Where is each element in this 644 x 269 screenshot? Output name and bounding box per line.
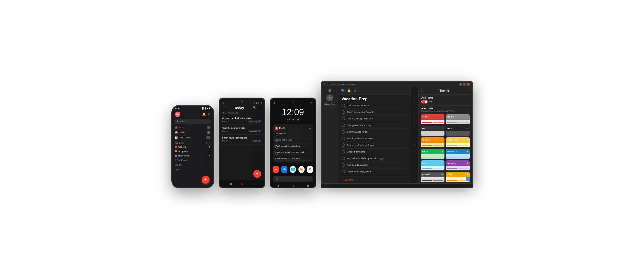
tablet-task-5: Confirm canoe rental <box>342 129 408 135</box>
task2-checkbox[interactable] <box>342 110 345 114</box>
gear-icon[interactable]: ⚙ <box>208 113 210 116</box>
ios-nav-next7[interactable]: 📆 Next 7 Days 22 <box>172 135 214 140</box>
task6-checkbox[interactable] <box>342 137 345 140</box>
tablet-task-10: Print boarding passes <box>342 162 408 168</box>
num-8 <box>411 135 418 141</box>
android-search-icon[interactable]: 🔍 <box>253 106 256 110</box>
ios-project-shopping[interactable]: Shopping 51 <box>172 149 214 154</box>
sync-toggle[interactable]: On <box>421 100 470 103</box>
shopping-count: 51 <box>208 150 210 153</box>
task3-text: Pick up package from Don <box>347 117 408 120</box>
task8-text: Check in for flights <box>347 151 408 153</box>
ios-time: 8:32 <box>176 107 180 109</box>
ios-labels[interactable]: Labels › <box>172 162 214 167</box>
task5-checkbox[interactable] <box>342 130 345 134</box>
todoist-icon: T <box>275 127 278 130</box>
ios-nav-inbox[interactable]: 📥 Inbox 1 <box>172 125 214 130</box>
windows-logo <box>466 177 470 181</box>
hamburger-icon[interactable]: ☰ <box>222 106 226 110</box>
clover-star: ★ <box>441 150 443 153</box>
toolbar-search-icon[interactable]: 🔍 <box>341 89 345 92</box>
toggle-switch[interactable] <box>421 100 428 103</box>
theme-noir[interactable]: Noir <box>421 126 445 136</box>
theme-amethyst[interactable]: Amethyst ★ <box>446 160 470 170</box>
ios-search-bar[interactable]: 🔍 Search <box>174 119 211 124</box>
nav-recents-icon[interactable]: □ <box>253 182 255 186</box>
task11-checkbox[interactable] <box>342 170 345 173</box>
num-12 <box>411 162 418 168</box>
nav-home-icon[interactable]: ○ <box>241 182 243 186</box>
nav-back-icon[interactable]: ◀ <box>229 182 232 186</box>
ios-nav-today[interactable]: 📅 Today 3 <box>172 130 214 135</box>
num-4 <box>411 108 418 115</box>
widget-add-icon[interactable]: + <box>309 126 311 130</box>
task4-checkbox[interactable] <box>342 124 345 127</box>
minimize-button[interactable]: − <box>460 83 462 86</box>
android-fab[interactable]: + <box>253 170 261 178</box>
num-10: 31 <box>411 148 418 155</box>
android2-home-icon[interactable]: ● <box>292 184 294 188</box>
ios-notch <box>185 106 200 108</box>
close-button[interactable]: × <box>467 83 470 86</box>
theme-sky[interactable]: Sky <box>421 160 445 170</box>
general-label: General <box>178 146 186 148</box>
theme-tangerine[interactable]: Tangerine <box>421 137 445 147</box>
app-chrome-icon[interactable]: 🌐 <box>290 166 296 173</box>
today-icon: 📅 <box>175 131 178 134</box>
inbox-badge: 1 <box>207 126 210 129</box>
android-more-icon[interactable]: ⋮ <box>258 106 262 110</box>
battery-icon: ▮ <box>209 107 210 109</box>
task8-checkbox[interactable] <box>342 150 345 154</box>
theme-todoist[interactable]: Todoist <box>421 114 445 124</box>
task1-checkbox[interactable] <box>342 104 345 107</box>
theme-neutral[interactable]: Neutral <box>446 114 470 124</box>
app-mail-icon[interactable]: ✉ <box>281 166 288 173</box>
task1-text: Call Jane for the lease <box>347 104 408 107</box>
theme-clover[interactable]: Clover ★ <box>421 149 445 159</box>
task3-checkbox[interactable] <box>342 117 345 120</box>
gold-star: ★ <box>466 174 468 176</box>
num-add: + <box>411 169 418 175</box>
ios-filters[interactable]: Filters › <box>172 167 214 172</box>
toolbar-gear-icon[interactable]: ⚙ <box>354 89 356 92</box>
app-photos-icon[interactable]: 🎨 <box>298 166 304 173</box>
add-project-icon[interactable]: + <box>209 142 210 144</box>
theme-title: Theme <box>440 89 449 92</box>
tablet-task-6: Hire dog-sitter for vacation <box>342 135 408 142</box>
android2-recents-icon[interactable]: ■ <box>307 184 309 188</box>
task7-checkbox[interactable] <box>342 143 345 147</box>
android2-widget-card: T Ideas ▾ + Get outdoors Today Unwind wi… <box>273 124 313 163</box>
android2-searchbar[interactable]: G <box>273 176 313 182</box>
toolbar-bell-icon[interactable]: 🔔 <box>347 89 351 92</box>
android2-wifi: ▲ <box>308 102 310 104</box>
task4-text: Change tires in Lucy's car <box>347 124 408 127</box>
sidebar-hamburger-icon[interactable]: ☰ <box>328 89 331 92</box>
dropdown-arrow[interactable]: ▾ <box>286 127 288 129</box>
ios-project-household[interactable]: Household 8 <box>172 154 214 158</box>
collapse-icon[interactable]: ∨ <box>206 142 207 144</box>
shared3-icon: 👤 <box>258 140 260 142</box>
task10-checkbox[interactable] <box>342 163 345 167</box>
theme-back-icon[interactable]: ‹ <box>421 89 422 92</box>
general-count: 5 <box>209 146 210 148</box>
task5-text: Confirm canoe rental <box>347 131 408 133</box>
task2-meta: Chores Household 👤 <box>222 130 262 132</box>
app-gmail-icon[interactable]: M <box>307 166 313 173</box>
theme-dark[interactable]: Dark ✓ <box>446 126 470 136</box>
add-task-button[interactable]: + Add Task <box>338 177 411 183</box>
task9-checkbox[interactable] <box>342 157 345 160</box>
app-todoist-icon[interactable]: ≡ <box>273 166 279 173</box>
theme-graphite[interactable]: Graphite ★ <box>421 172 445 182</box>
android-title: Today <box>234 106 244 110</box>
user-id: # 76323 <box>324 105 335 106</box>
android2-back-icon[interactable]: ◀ <box>277 184 279 188</box>
ios-fab[interactable]: + <box>202 176 210 184</box>
bell-icon[interactable]: 🔔 <box>202 113 206 116</box>
android2-time: 12:09 <box>270 105 316 118</box>
tablet-body: ☰ A Antonia Monet # 76323 🔍 🔔 ⚙ <box>322 87 472 183</box>
theme-blueberry[interactable]: Blueberry ★ <box>446 149 470 159</box>
ios-project-general[interactable]: General 5 <box>172 145 214 149</box>
num-add2: + <box>411 175 418 182</box>
theme-sunflower[interactable]: Sunflower ★ <box>446 137 470 147</box>
ios-add-project[interactable]: + Add Project <box>172 158 214 162</box>
